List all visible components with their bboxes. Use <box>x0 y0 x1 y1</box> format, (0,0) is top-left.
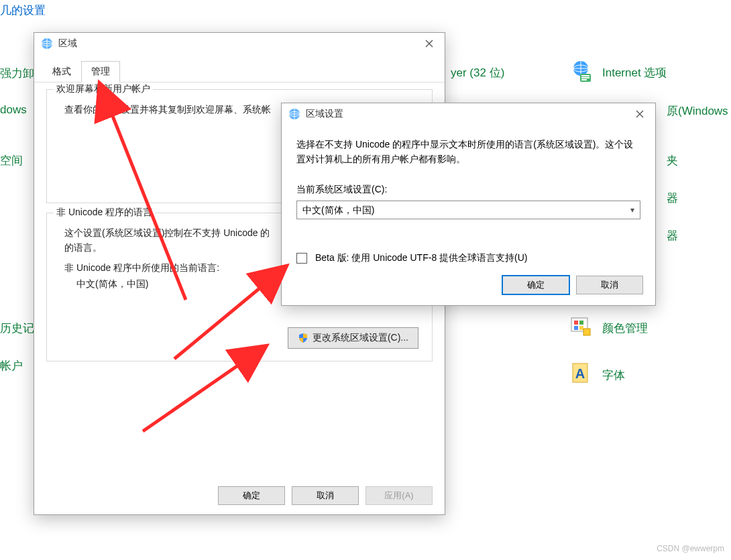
bg-link-2[interactable]: dows <box>0 103 27 117</box>
chevron-down-icon: ▾ <box>630 204 634 217</box>
uac-shield-icon <box>298 333 308 343</box>
tab-bar: 格式 管理 <box>34 61 445 82</box>
region-cancel-button[interactable]: 取消 <box>292 486 359 505</box>
svg-rect-7 <box>574 321 578 325</box>
fonts-icon: A <box>569 361 593 385</box>
color-management-icon <box>569 314 593 338</box>
bg-link-10[interactable]: 器 <box>667 190 678 206</box>
change-locale-button[interactable]: 更改系统区域设置(C)... <box>288 327 418 349</box>
locale-desc: 选择在不支持 Unicode 的程序中显示文本时所使用的语言(系统区域设置)。这… <box>296 137 640 167</box>
page-heading: 几的设置 <box>0 3 46 18</box>
region-apply-button[interactable]: 应用(A) <box>366 486 433 505</box>
svg-rect-10 <box>579 326 583 330</box>
svg-rect-3 <box>581 75 589 76</box>
tab-format[interactable]: 格式 <box>42 61 81 82</box>
locale-select-value: 中文(简体，中国) <box>302 203 374 217</box>
change-locale-button-label: 更改系统区域设置(C)... <box>313 332 408 344</box>
locale-ok-button[interactable]: 确定 <box>502 276 569 294</box>
unicode-desc-line1: 这个设置(系统区域设置)控制在不支持 Unicode 的 <box>64 227 270 238</box>
bg-link-11[interactable]: 器 <box>667 228 678 243</box>
svg-rect-5 <box>581 79 587 80</box>
locale-close-button[interactable] <box>624 103 655 125</box>
locale-title: 区域设置 <box>306 108 343 120</box>
welcome-group-title: 欢迎屏幕和新用户帐户 <box>54 83 153 95</box>
watermark: CSDN @ewwerpm <box>657 544 724 553</box>
bg-link-5[interactable]: 帐户 <box>0 358 23 374</box>
region-footer-buttons: 确定 取消 应用(A) <box>218 486 433 505</box>
locale-footer-buttons: 确定 取消 <box>502 276 643 294</box>
globe-icon <box>288 108 300 120</box>
region-titlebar: 区域 <box>34 33 445 54</box>
svg-rect-4 <box>581 77 589 78</box>
bg-link-7[interactable]: Internet 选项 <box>602 65 667 80</box>
close-icon <box>636 110 644 118</box>
tab-admin[interactable]: 管理 <box>81 61 120 82</box>
globe-icon <box>41 38 53 50</box>
svg-rect-9 <box>574 326 578 330</box>
locale-select-label: 当前系统区域设置(C): <box>296 182 640 197</box>
locale-cancel-button[interactable]: 取消 <box>576 276 643 294</box>
utf8-checkbox-label: Beta 版: 使用 Unicode UTF-8 提供全球语言支持(U) <box>315 252 528 263</box>
bg-link-1[interactable]: 强力卸 <box>0 66 34 81</box>
region-title: 区域 <box>58 38 77 50</box>
svg-rect-11 <box>583 329 590 335</box>
locale-settings-dialog: 区域设置 选择在不支持 Unicode 的程序中显示文本时所使用的语言(系统区域… <box>281 103 656 306</box>
bg-link-8[interactable]: 原(Windows <box>667 103 728 119</box>
bg-link-3[interactable]: 空间 <box>0 153 23 168</box>
bg-link-4[interactable]: 历史记 <box>0 321 34 336</box>
bg-link-13[interactable]: 字体 <box>602 368 625 383</box>
bg-link-9[interactable]: 夹 <box>667 153 678 168</box>
region-close-button[interactable] <box>414 33 445 54</box>
internet-options-icon <box>569 59 593 83</box>
unicode-group-title: 非 Unicode 程序的语言 <box>54 207 155 219</box>
locale-body: 选择在不支持 Unicode 的程序中显示文本时所使用的语言(系统区域设置)。这… <box>282 125 655 266</box>
bg-link-12[interactable]: 颜色管理 <box>602 321 648 336</box>
bg-link-6[interactable]: yer (32 位) <box>451 65 504 80</box>
close-icon <box>425 40 433 48</box>
utf8-checkbox[interactable] <box>296 253 307 264</box>
unicode-desc-line2: 的语言。 <box>64 242 102 253</box>
utf8-checkbox-row: Beta 版: 使用 Unicode UTF-8 提供全球语言支持(U) <box>296 250 640 265</box>
locale-titlebar: 区域设置 <box>282 103 655 125</box>
locale-select[interactable]: 中文(简体，中国) ▾ <box>296 201 640 219</box>
region-ok-button[interactable]: 确定 <box>218 486 285 505</box>
svg-text:A: A <box>575 366 585 381</box>
svg-rect-8 <box>579 321 583 325</box>
